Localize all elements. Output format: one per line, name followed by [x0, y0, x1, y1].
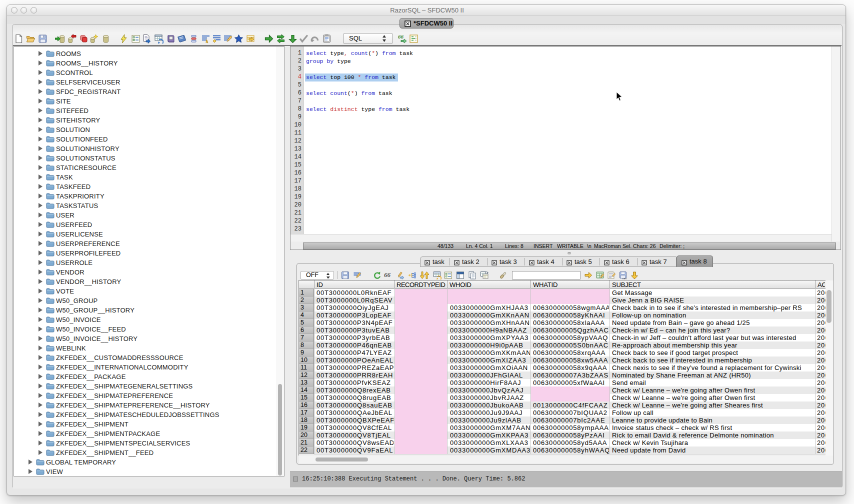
- svg-text:66: 66: [384, 271, 391, 278]
- svg-text:66: 66: [398, 34, 404, 40]
